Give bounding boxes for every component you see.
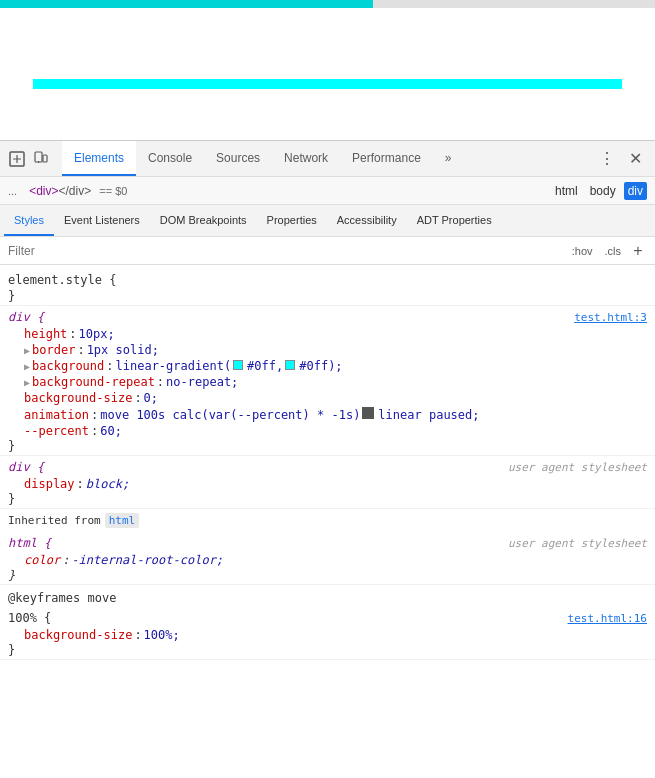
devtools-panel: Elements Console Sources Network Perform… <box>0 140 655 778</box>
animation-prop: animation: move 100s calc(var(--percent)… <box>0 406 655 423</box>
subtabs: Styles Event Listeners DOM Breakpoints P… <box>0 205 655 237</box>
breadcrumb: ... <div></div> == $0 html body div <box>0 177 655 205</box>
swatch-2[interactable] <box>285 360 295 370</box>
subtab-styles[interactable]: Styles <box>4 205 54 236</box>
subtab-dom-breakpoints[interactable]: DOM Breakpoints <box>150 205 257 236</box>
div-ua-close: } <box>0 492 655 506</box>
tabs: Elements Console Sources Network Perform… <box>62 141 464 176</box>
element-style-header: element.style { <box>0 271 655 289</box>
div-rule-header: div { test.html:3 <box>0 308 655 326</box>
div-ua-header: div { user agent stylesheet <box>0 458 655 476</box>
background-prop: ▶ background: linear-gradient( #0ff, #0f… <box>0 358 655 374</box>
tab-performance[interactable]: Performance <box>340 141 433 176</box>
inherited-header: Inherited from html <box>0 509 655 532</box>
div-ua-selector: div { <box>8 460 44 474</box>
swatch-1[interactable] <box>233 360 243 370</box>
tab-console[interactable]: Console <box>136 141 204 176</box>
breadcrumb-ellipsis: ... <box>8 185 17 197</box>
element-style-rule: element.style { } <box>0 269 655 306</box>
styles-content: element.style { } div { test.html:3 heig… <box>0 265 655 778</box>
color-prop: color: -internal-root-color; <box>0 552 655 568</box>
keyframes-bg-size-prop: background-size: 100%; <box>0 627 655 643</box>
div-selector: div { <box>8 310 44 324</box>
close-devtools-button[interactable]: ✕ <box>623 147 647 171</box>
breadcrumb-div[interactable]: div <box>624 182 647 200</box>
keyframes-section: @keyframes move 100% { test.html:16 back… <box>0 585 655 660</box>
keyframes-100-selector: 100% { <box>8 611 51 625</box>
preview-content <box>0 8 655 140</box>
subtab-properties[interactable]: Properties <box>257 205 327 236</box>
animation-checkbox[interactable] <box>362 407 374 419</box>
device-icon[interactable] <box>32 150 50 168</box>
border-prop: ▶ border: 1px solid; <box>0 342 655 358</box>
cls-button[interactable]: .cls <box>601 243 626 259</box>
div-rule: div { test.html:3 height: 10px; ▶ border… <box>0 306 655 456</box>
background-repeat-arrow[interactable]: ▶ <box>24 377 30 388</box>
html-ua-rule: html { user agent stylesheet color: -int… <box>0 532 655 585</box>
tab-network[interactable]: Network <box>272 141 340 176</box>
breadcrumb-div-eq: <div></div> <box>25 182 95 200</box>
keyframes-100-header: 100% { test.html:16 <box>0 609 655 627</box>
border-arrow[interactable]: ▶ <box>24 345 30 356</box>
html-ua-close: } <box>0 568 655 582</box>
subtab-adt-properties[interactable]: ADT Properties <box>407 205 502 236</box>
inherited-tag[interactable]: html <box>105 513 140 528</box>
more-options-button[interactable]: ⋮ <box>595 147 619 171</box>
background-repeat-prop: ▶ background-repeat: no-repeat; <box>0 374 655 390</box>
cyan-bar <box>33 79 623 89</box>
filter-input[interactable] <box>8 244 568 258</box>
element-style-selector: element.style { <box>8 273 116 287</box>
div-rule-close: } <box>0 439 655 453</box>
add-style-button[interactable]: + <box>629 242 647 260</box>
div-source-link[interactable]: test.html:3 <box>574 311 647 324</box>
breadcrumb-html[interactable]: html <box>551 182 582 200</box>
div-ua-source: user agent stylesheet <box>508 461 647 474</box>
inherited-label: Inherited from <box>8 514 101 527</box>
hov-button[interactable]: :hov <box>568 243 597 259</box>
toolbar-more: ⋮ ✕ <box>595 147 647 171</box>
keyframes-header: @keyframes move <box>0 587 655 609</box>
progress-bar-fill <box>0 0 373 8</box>
breadcrumb-body[interactable]: body <box>586 182 620 200</box>
html-ua-selector: html { <box>8 536 51 550</box>
background-size-prop: background-size: 0; <box>0 390 655 406</box>
tab-sources[interactable]: Sources <box>204 141 272 176</box>
percent-var-prop: --percent: 60; <box>0 423 655 439</box>
background-arrow[interactable]: ▶ <box>24 361 30 372</box>
filter-buttons: :hov .cls + <box>568 242 647 260</box>
svg-rect-1 <box>35 152 42 162</box>
progress-bar-container <box>0 0 655 8</box>
breadcrumb-nav: html body div <box>551 182 647 200</box>
tab-more[interactable]: » <box>433 141 464 176</box>
keyframes-close: } <box>0 643 655 657</box>
toolbar: Elements Console Sources Network Perform… <box>0 141 655 177</box>
inspect-icon[interactable] <box>8 150 26 168</box>
filter-bar: :hov .cls + <box>0 237 655 265</box>
breadcrumb-eq: == $0 <box>99 185 127 197</box>
preview-area <box>0 0 655 140</box>
div-ua-rule: div { user agent stylesheet display: blo… <box>0 456 655 509</box>
html-ua-header: html { user agent stylesheet <box>0 534 655 552</box>
display-prop: display: block; <box>0 476 655 492</box>
toolbar-icons <box>8 150 50 168</box>
svg-rect-2 <box>43 155 47 162</box>
tab-elements[interactable]: Elements <box>62 141 136 176</box>
subtab-accessibility[interactable]: Accessibility <box>327 205 407 236</box>
height-prop: height: 10px; <box>0 326 655 342</box>
subtab-event-listeners[interactable]: Event Listeners <box>54 205 150 236</box>
element-style-close: } <box>0 289 655 303</box>
keyframes-source-link[interactable]: test.html:16 <box>568 612 647 625</box>
html-ua-source: user agent stylesheet <box>508 537 647 550</box>
